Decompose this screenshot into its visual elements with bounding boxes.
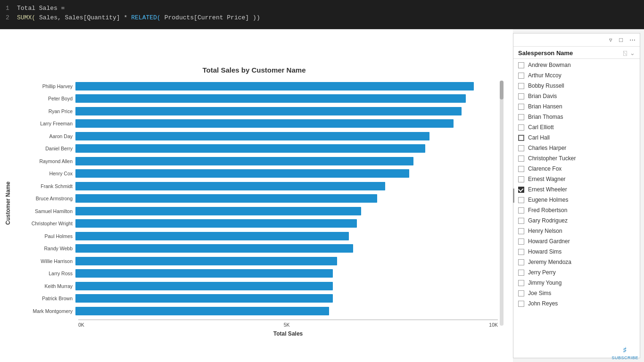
filter-item[interactable]: Ernest Wagner bbox=[513, 174, 640, 184]
filter-item[interactable]: Howard Gardner bbox=[513, 236, 640, 247]
x-axis-area: 0K5K10K bbox=[78, 320, 498, 328]
filter-item[interactable]: Fred Robertson bbox=[513, 205, 640, 215]
bar-row[interactable]: Phillip Harvey bbox=[14, 81, 498, 92]
chart-scrollbar[interactable] bbox=[500, 81, 504, 326]
filter-item[interactable]: Henry Nelson bbox=[513, 226, 640, 236]
bar-track bbox=[75, 294, 498, 303]
filter-checkbox[interactable] bbox=[518, 156, 524, 162]
filter-checkbox[interactable] bbox=[518, 73, 524, 79]
bar-label: Daniel Berry bbox=[14, 146, 75, 151]
bar-row[interactable]: Daniel Berry bbox=[14, 143, 498, 154]
filter-checkbox[interactable] bbox=[518, 239, 524, 245]
filter-item[interactable]: Joe Sims bbox=[513, 288, 640, 298]
filter-item[interactable]: Gary Rodriguez bbox=[513, 215, 640, 226]
code-line-1: 1 Total Sales = bbox=[6, 4, 638, 13]
filter-checkbox[interactable] bbox=[518, 83, 524, 89]
filter-checkbox[interactable] bbox=[518, 176, 524, 182]
chart-title: Total Sales by Customer Name bbox=[203, 66, 306, 74]
bar-row[interactable]: Samuel Hamilton bbox=[14, 206, 498, 217]
bar-row[interactable]: Randy Webb bbox=[14, 243, 498, 254]
bar-row[interactable]: Larry Freeman bbox=[14, 118, 498, 129]
bar-row[interactable]: Willie Harrison bbox=[14, 255, 498, 267]
filter-checkbox[interactable] bbox=[518, 114, 524, 120]
filter-item-label: Jimmy Young bbox=[528, 280, 561, 286]
bar-fill bbox=[75, 144, 425, 153]
filter-checkbox[interactable] bbox=[518, 187, 524, 193]
bar-row[interactable]: Frank Schmidt bbox=[14, 181, 498, 192]
filter-item[interactable]: Jeremy Mendoza bbox=[513, 257, 640, 267]
bar-row[interactable]: Christopher Wright bbox=[14, 218, 498, 229]
filter-panel: ▿ □ ⋯ Salesperson Name ⍂ ⌄ Andrew Bowman… bbox=[513, 33, 640, 358]
filter-title: Salesperson Name bbox=[518, 49, 573, 57]
bar-row[interactable]: Paul Holmes bbox=[14, 230, 498, 242]
filter-item-label: Ernest Wheeler bbox=[528, 186, 567, 193]
filter-item[interactable]: Charles Harper bbox=[513, 143, 640, 153]
filter-checkbox[interactable] bbox=[518, 301, 524, 307]
filter-item[interactable]: Brian Davis bbox=[513, 91, 640, 101]
filter-checkbox[interactable] bbox=[518, 207, 524, 214]
filter-checkbox[interactable] bbox=[518, 290, 524, 296]
filter-checkbox[interactable] bbox=[518, 93, 524, 99]
bar-row[interactable]: Larry Ross bbox=[14, 268, 498, 279]
filter-item[interactable]: Jerry Perry bbox=[513, 267, 640, 278]
bar-row[interactable]: Ryan Price bbox=[14, 106, 498, 117]
filter-item[interactable]: Ernest Wheeler bbox=[513, 184, 640, 195]
more-icon[interactable]: ⋯ bbox=[628, 35, 637, 44]
filter-checkbox[interactable] bbox=[518, 145, 524, 151]
filter-checkbox[interactable] bbox=[518, 135, 524, 141]
bar-row[interactable]: Peter Boyd bbox=[14, 93, 498, 104]
bar-fill bbox=[75, 219, 357, 228]
filter-item[interactable]: Carl Hall bbox=[513, 132, 640, 143]
bar-row[interactable]: Aaron Day bbox=[14, 131, 498, 142]
filter-item[interactable]: Jimmy Young bbox=[513, 278, 640, 288]
bar-row[interactable]: Mark Montgomery bbox=[14, 305, 498, 317]
bar-row[interactable]: Raymond Allen bbox=[14, 156, 498, 167]
subscribe-logo: ♯ SUBSCRIBE bbox=[611, 345, 638, 360]
filter-checkbox[interactable] bbox=[518, 249, 524, 255]
filter-checkbox[interactable] bbox=[518, 62, 524, 68]
filter-item[interactable]: Brian Hansen bbox=[513, 101, 640, 112]
bar-row[interactable]: Bruce Armstrong bbox=[14, 193, 498, 204]
code-line-2: 2 SUMX( Sales, Sales[Quantity] * RELATED… bbox=[6, 13, 638, 23]
chart-section: Total Sales by Customer Name Customer Na… bbox=[0, 29, 513, 362]
line-number-2: 2 bbox=[6, 13, 13, 23]
filter-item[interactable]: Andrew Bowman bbox=[513, 60, 640, 70]
filter-item[interactable]: Clarence Fox bbox=[513, 164, 640, 174]
bar-fill bbox=[75, 194, 377, 203]
filter-checkbox[interactable] bbox=[518, 270, 524, 276]
filter-title-icons: ⍂ ⌄ bbox=[623, 49, 635, 57]
filter-item[interactable]: John Reyes bbox=[513, 298, 640, 309]
chevron-down-icon[interactable]: ⌄ bbox=[630, 49, 635, 57]
filter-checkbox[interactable] bbox=[518, 228, 524, 234]
bar-row[interactable]: Henry Cox bbox=[14, 168, 498, 179]
eraser-icon[interactable]: ⍂ bbox=[623, 49, 627, 57]
filter-item[interactable]: Brian Thomas bbox=[513, 112, 640, 122]
bar-row[interactable]: Keith Murray bbox=[14, 280, 498, 292]
filter-item[interactable]: Arthur Mccoy bbox=[513, 70, 640, 81]
expand-icon[interactable]: □ bbox=[618, 35, 624, 44]
filter-checkbox[interactable] bbox=[518, 218, 524, 224]
bar-label: Frank Schmidt bbox=[14, 183, 75, 189]
filter-item[interactable]: Carl Elliott bbox=[513, 122, 640, 132]
filter-checkbox[interactable] bbox=[518, 197, 524, 203]
filter-icon[interactable]: ▿ bbox=[608, 35, 614, 44]
filter-item[interactable]: Eugene Holmes bbox=[513, 195, 640, 205]
code-related: RELATED( bbox=[131, 13, 160, 23]
y-axis-label: Customer Name bbox=[5, 81, 11, 326]
bar-label: Randy Webb bbox=[14, 246, 75, 251]
x-tick: 5K bbox=[284, 322, 290, 328]
filter-checkbox[interactable] bbox=[518, 124, 524, 131]
chart-scrollbar-thumb[interactable] bbox=[500, 81, 504, 99]
bar-track bbox=[75, 269, 498, 278]
bar-fill bbox=[75, 307, 329, 315]
filter-checkbox[interactable] bbox=[518, 104, 524, 110]
filter-item[interactable]: Christopher Tucker bbox=[513, 153, 640, 164]
filter-checkbox[interactable] bbox=[518, 259, 524, 265]
bar-row[interactable]: Patrick Brown bbox=[14, 293, 498, 304]
filter-item[interactable]: Howard Sims bbox=[513, 247, 640, 257]
filter-checkbox[interactable] bbox=[518, 280, 524, 286]
filter-checkbox[interactable] bbox=[518, 166, 524, 172]
bars-area: Phillip HarveyPeter BoydRyan PriceLarry … bbox=[14, 81, 498, 318]
filter-item[interactable]: Bobby Russell bbox=[513, 81, 640, 91]
code-arg2: Products[Current Price] bbox=[165, 13, 249, 23]
